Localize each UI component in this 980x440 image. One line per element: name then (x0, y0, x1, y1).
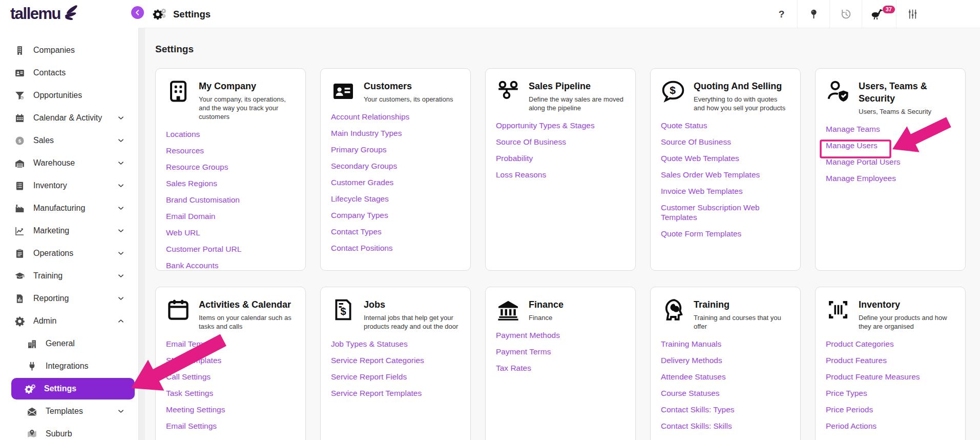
card-link[interactable]: Period Actions (826, 421, 955, 431)
card-link[interactable]: Product Feature Measures (826, 372, 955, 382)
card-link[interactable]: Delivery Methods (661, 355, 790, 365)
card-link[interactable]: Service Report Categories (331, 355, 460, 365)
factory-icon (14, 203, 25, 214)
inventory-icon (826, 297, 850, 322)
card-link[interactable]: Invoice Web Templates (661, 186, 790, 196)
plug-icon (27, 361, 37, 372)
card-link[interactable]: SMS Templates (166, 355, 295, 365)
buildings-icon (27, 338, 37, 349)
gears-icon (24, 383, 36, 395)
sidebar-item-settings[interactable]: Settings (11, 378, 135, 399)
card-link[interactable]: Product Features (826, 355, 955, 365)
card-link[interactable]: Opportunity Types & Stages (496, 121, 625, 130)
card-link[interactable]: Call Settings (166, 372, 295, 382)
card-title: Users, Teams & Security (859, 79, 955, 105)
manage-users-link[interactable]: Manage Users (826, 141, 955, 150)
card-link[interactable]: Bank Accounts (166, 261, 295, 270)
sidebar-item-integrations[interactable]: Integrations (0, 355, 138, 377)
notifications-button[interactable]: 37 (862, 0, 896, 28)
card-link[interactable]: Company Types (331, 210, 460, 220)
card-link[interactable]: Secondary Groups (331, 161, 460, 171)
filters-button[interactable] (896, 0, 928, 28)
card-link[interactable]: Service Report Fields (331, 372, 460, 382)
card-link[interactable]: Payment Methods (496, 330, 625, 340)
card-link[interactable]: Product Categories (826, 339, 955, 349)
card-link[interactable]: Resource Groups (166, 162, 295, 172)
card-link[interactable]: Contact Skills: Skills (661, 421, 790, 431)
card-link[interactable]: Tax Rates (496, 363, 625, 373)
card-link[interactable]: Web URL (166, 228, 295, 237)
card-link[interactable]: Task Settings (166, 388, 295, 398)
card-link[interactable]: Customer Grades (331, 177, 460, 187)
sidebar-item-reporting[interactable]: Reporting (0, 287, 138, 310)
card-link[interactable]: Probability (496, 153, 625, 163)
card-link[interactable]: Email Templates (166, 339, 295, 349)
sidebar-scrollbar[interactable] (138, 28, 145, 440)
card-link[interactable]: Primary Groups (331, 145, 460, 154)
sidebar-item-inventory[interactable]: Inventory (0, 174, 138, 197)
history-button[interactable] (829, 0, 862, 28)
card-link[interactable]: Job Types & Statuses (331, 339, 460, 349)
card-link[interactable]: Customer Subscription Web Templates (661, 203, 790, 222)
sidebar-collapse-button[interactable] (131, 6, 144, 19)
list-icon (14, 181, 25, 191)
sidebar-item-suburb[interactable]: Suburb (0, 423, 138, 440)
card-link[interactable]: Locations (166, 129, 295, 139)
card-link[interactable]: Quote Status (661, 121, 790, 130)
sidebar-item-training[interactable]: Training (0, 265, 138, 287)
sidebar-item-label: Marketing (33, 226, 117, 235)
sidebar-item-companies[interactable]: Companies (0, 39, 138, 62)
card-jobs: $ Jobs Internal jobs that help get your … (320, 287, 471, 440)
card-link[interactable]: Contact Types (331, 227, 460, 236)
header-divider (138, 28, 980, 28)
card-link[interactable]: Account Relationships (331, 112, 460, 122)
sidebar-item-marketing[interactable]: Marketing (0, 219, 138, 242)
sidebar-item-manufacturing[interactable]: Manufacturing (0, 197, 138, 219)
card-link[interactable]: Attendee Statuses (661, 372, 790, 382)
card-link[interactable]: Email Domain (166, 211, 295, 221)
help-button[interactable]: ? (765, 0, 797, 28)
card-link[interactable]: Price Types (826, 388, 955, 398)
card-link[interactable]: Manage Portal Users (826, 157, 955, 167)
sidebar-item-admin[interactable]: Admin (0, 310, 138, 332)
card-link[interactable]: Source Of Business (661, 137, 790, 147)
card-link[interactable]: Meeting Settings (166, 405, 295, 414)
quoting-selling-icon: $ (661, 79, 685, 104)
card-link[interactable]: Resources (166, 146, 295, 155)
card-title: Quoting And Selling (694, 79, 790, 92)
card-link[interactable]: Quote Web Templates (661, 153, 790, 163)
card-link[interactable]: Source Of Business (496, 137, 625, 147)
card-link[interactable]: Manage Teams (826, 124, 955, 134)
settings-page: Settings My Company Your company, its op… (145, 28, 980, 440)
card-link[interactable]: Sales Order Web Templates (661, 170, 790, 179)
card-link[interactable]: Main Industry Types (331, 128, 460, 138)
sidebar-item-calendar-activity[interactable]: Calendar & Activity (0, 107, 138, 129)
card-link[interactable]: Lifecycle Stages (331, 194, 460, 204)
sidebar-item-sales[interactable]: $ Sales (0, 129, 138, 152)
card-link[interactable]: Email Settings (166, 421, 295, 431)
card-link[interactable]: Manage Employees (826, 173, 955, 183)
sidebar-item-templates[interactable]: Templates (0, 400, 138, 423)
card-link[interactable]: Training Manuals (661, 339, 790, 349)
card-link[interactable]: Loss Reasons (496, 170, 625, 179)
card-link[interactable]: Sales Regions (166, 178, 295, 188)
card-link[interactable]: Service Report Templates (331, 388, 460, 398)
card-training: Training Training and courses that you o… (650, 287, 801, 440)
card-link[interactable]: Price Periods (826, 405, 955, 414)
card-link[interactable]: Brand Customisation (166, 195, 295, 205)
card-link[interactable]: Course Statuses (661, 388, 790, 398)
card-link[interactable]: Customer Portal URL (166, 244, 295, 254)
sidebar-item-warehouse[interactable]: Warehouse (0, 152, 138, 174)
tallemu-logo[interactable]: tallemu (10, 4, 80, 24)
pin-button[interactable] (797, 0, 829, 28)
card-link[interactable]: Payment Terms (496, 347, 625, 356)
card-link[interactable]: Contact Positions (331, 243, 460, 253)
card-link[interactable]: Contact Skills: Types (661, 405, 790, 414)
card-link[interactable]: Quote Form Templates (661, 229, 790, 238)
sales-pipeline-icon (496, 79, 520, 104)
sidebar-item-operations[interactable]: Operations (0, 242, 138, 265)
sidebar-item-opportunities[interactable]: $ Opportunities (0, 84, 138, 107)
card-title: Activities & Calendar (199, 297, 295, 311)
sidebar-item-contacts[interactable]: Contacts (0, 62, 138, 84)
sidebar-item-general[interactable]: General (0, 332, 138, 355)
